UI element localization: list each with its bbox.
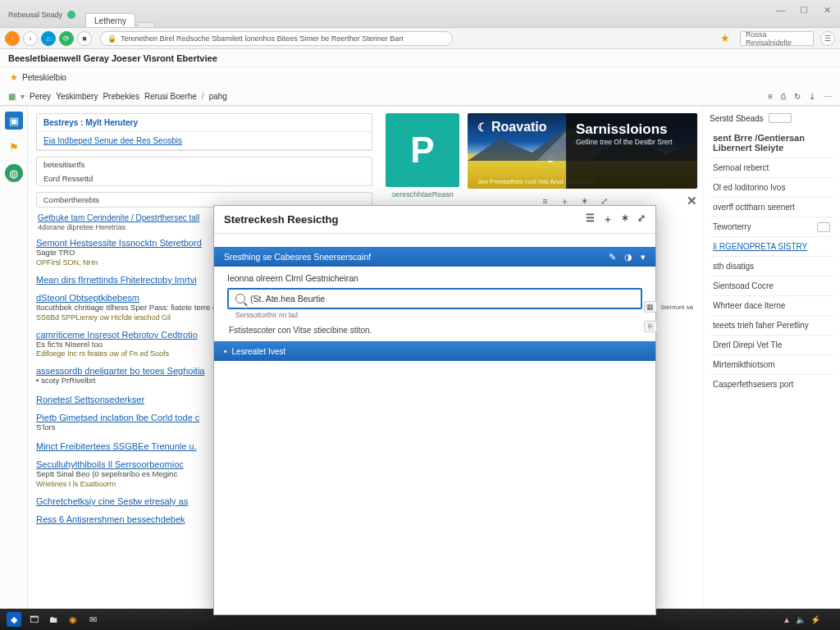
close-button[interactable]: ✕	[819, 3, 835, 16]
bookmark-star-icon[interactable]: ★	[720, 32, 733, 45]
menu-item-2[interactable]: Yeskimbery	[56, 92, 98, 101]
hero-brand: ☾Roavatio	[477, 120, 547, 135]
start-button[interactable]: ◆	[7, 612, 21, 627]
hero-banner[interactable]: ☾Roavatio Jen Prensefbes root rbis Anot …	[468, 113, 697, 189]
fav-item[interactable]: ★ Peteskielbio	[8, 71, 66, 83]
taskbar-app-1[interactable]: 🗔	[26, 612, 41, 627]
right-list-item[interactable]: Teworterry	[710, 217, 833, 236]
lock-icon: 🔒	[107, 34, 116, 43]
menu-item-4[interactable]: Rerusi Boerhe	[144, 92, 197, 101]
nav-back-button[interactable]: ‹	[5, 31, 20, 46]
brand-label: Rebeusal Seady	[8, 11, 62, 19]
menu-button[interactable]: ☰	[820, 31, 835, 46]
tray-icon-1[interactable]: ▲	[783, 615, 791, 624]
dialog-action-2[interactable]: ⎘	[644, 321, 657, 332]
dialog-titlebar: Stetreckesh Reesicthg ☰ ＋ ✶ ⤢	[214, 206, 655, 234]
dialog-search-value: (St. Ate.hea Beurtie	[250, 294, 325, 304]
ribbon-icon-1[interactable]: ≡	[768, 92, 773, 101]
dialog-description: Fstistescoter con Vitse stiecibine stito…	[214, 319, 655, 341]
dialog-group-label: Ieonna olreern Clrnl Gestnicheiran	[214, 267, 655, 283]
tab-2[interactable]	[137, 22, 155, 27]
dialog-selected-label: Lesreatet Ivest	[232, 347, 286, 356]
right-list-item[interactable]: Whrteer dace Iterne	[710, 295, 833, 315]
address-bar[interactable]: 🔒 Terenethen Birel Redsoche Sbarnilett l…	[100, 31, 453, 46]
right-item-label: Drerl Direpi Vet Tle	[713, 340, 782, 349]
hero-blackbox: Sarnissloions Getline tree Of the Destbr…	[566, 113, 697, 189]
dialog-list-icon[interactable]: ☰	[586, 212, 595, 226]
tray-icon-3[interactable]: ⚡	[810, 615, 820, 624]
dialog-search-input[interactable]: (St. Ate.hea Beurtie	[227, 288, 642, 309]
right-list-item[interactable]: sent Brre /Gentiersan Libernert Sleiyte	[710, 128, 833, 158]
home-button[interactable]: ⌂	[41, 31, 56, 46]
right-list-item[interactable]: Sernoal reberct	[710, 158, 833, 177]
right-list-item[interactable]: sth disatigs	[710, 256, 833, 276]
fav-label: Peteskielbio	[22, 73, 66, 82]
right-list-item[interactable]: Ii RGENOPRETA SISTRY	[710, 236, 833, 256]
panel-1: Bestreys : Mylt Herutery Eia Indbeped Se…	[36, 113, 372, 151]
crumb-link[interactable]: Getbuke tam Cerindenite / Dpestrthersec …	[38, 213, 199, 222]
grid-icon[interactable]: ▦	[8, 92, 16, 101]
minimize-button[interactable]: —	[773, 3, 789, 16]
side-icon-flag[interactable]: ⚑	[5, 138, 23, 156]
tray-icon-2[interactable]: 🔈	[796, 615, 806, 624]
taskbar-app-3[interactable]: ◉	[66, 612, 80, 627]
menu-item-3[interactable]: Prebekies	[103, 92, 139, 101]
right-list-item[interactable]: teeets trieh faher Peretliny	[710, 315, 833, 335]
window-controls: — ☐ ✕	[773, 3, 835, 16]
dialog-expand-icon[interactable]: ⤢	[637, 212, 646, 226]
hero-close-button[interactable]: ✕	[687, 194, 697, 208]
maximize-button[interactable]: ☐	[796, 3, 812, 16]
tab-1[interactable]: Letherny	[85, 13, 135, 27]
right-list-item[interactable]: Sientsoad Cocre	[710, 276, 833, 295]
dialog-action-1[interactable]: ▦Siernonl sa	[644, 301, 693, 313]
taskbar-app-4[interactable]: ✉	[85, 612, 100, 627]
ribbon-icon-4[interactable]: ⤓	[809, 92, 815, 101]
dialog-hdr-icon-3[interactable]: ▾	[641, 252, 646, 262]
path-bar: ▦ ▾ Perey Yeskimbery Prebekies Rerusi Bo…	[0, 87, 840, 105]
right-search-box[interactable]	[769, 113, 792, 123]
ribbon-icon-3[interactable]: ↻	[794, 92, 801, 101]
caret-icon: ▾	[21, 92, 25, 101]
right-list-item[interactable]: Ol ed loditorino Ivos	[710, 177, 833, 197]
right-list-item[interactable]: Mirtemikthiotsom	[710, 354, 833, 374]
search-icon	[235, 294, 245, 304]
quick-search-field[interactable]: Rossa Revisalnidelte	[740, 31, 814, 46]
right-list-item[interactable]: overff octtharn seenert	[710, 197, 833, 217]
bullet-icon: •	[224, 347, 227, 356]
right-list-item[interactable]: Casperfethsesers port	[710, 374, 833, 394]
hero-headline: Sarnissloions	[576, 121, 687, 138]
panel-2: betesitisetfs Eord Ressettd	[36, 157, 372, 186]
ribbon-icon-2[interactable]: ⎙	[781, 92, 786, 101]
dialog-section-header: Sresthing se Cabesres Sneerserscainf ✎ ◑…	[214, 247, 655, 267]
dialog-title: Stetreckesh Reesicthg	[224, 213, 338, 226]
address-text: Terenethen Birel Redsoche Sbarnilett lon…	[121, 34, 404, 43]
dialog-hdr-icon-1[interactable]: ✎	[609, 252, 616, 262]
page-title: Beesletbiaenwell Geray Joeser Visront Eb…	[0, 49, 840, 67]
panel-1-link[interactable]: Eia Indbeped Senue dee Res Seosbis	[43, 136, 182, 145]
side-icon-folder[interactable]: ▣	[5, 112, 23, 130]
dialog-add-icon[interactable]: ＋	[603, 212, 613, 226]
right-item-label: Casperfethsesers port	[713, 380, 793, 389]
right-list-item[interactable]: Drerl Direpi Vet Tle	[710, 335, 833, 354]
panel-2-b[interactable]: Eord Ressettd	[37, 171, 372, 185]
dialog-settings-icon[interactable]: ✶	[621, 212, 629, 226]
ribbon-icon-5[interactable]: ⋯	[824, 92, 832, 101]
taskbar-app-2[interactable]: 🖿	[46, 612, 61, 627]
dialog-selected-row[interactable]: • Lesreatet Ivest	[214, 341, 655, 361]
right-item-label: Mirtemikthiotsom	[713, 360, 775, 369]
menu-item-1[interactable]: Perey	[30, 92, 51, 101]
promo-subtitle: oereschhtaeReasn	[391, 190, 454, 199]
right-item-label: Sernoal reberct	[713, 163, 769, 172]
side-icon-globe[interactable]: ◍	[5, 164, 23, 182]
menu-item-5[interactable]: pahg	[209, 92, 227, 101]
panel-2-a[interactable]: betesitisetfs	[37, 158, 372, 171]
right-item-badge	[817, 222, 830, 232]
right-item-label: Sientsoad Cocre	[713, 281, 774, 290]
nav-forward-button[interactable]: ›	[23, 31, 38, 46]
reload-button[interactable]: ⟳	[59, 31, 74, 46]
stop-button[interactable]: ■	[77, 31, 92, 46]
right-search-label: Serstd Sbeads	[710, 114, 764, 123]
right-column: Serstd Sbeads sent Brre /Gentiersan Libe…	[702, 107, 840, 609]
right-item-label: Whrteer dace Iterne	[713, 301, 785, 310]
dialog-hdr-icon-2[interactable]: ◑	[624, 252, 632, 262]
